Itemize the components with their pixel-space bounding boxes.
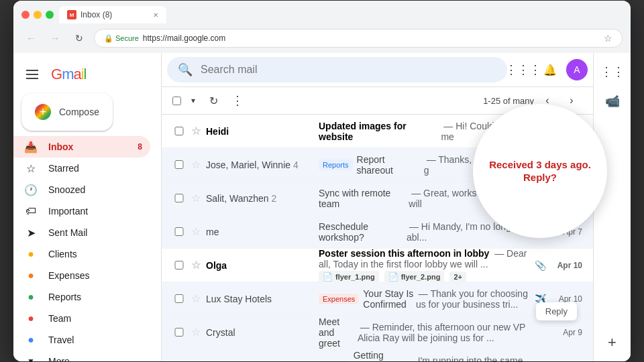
email-sender: Heidi (206, 126, 313, 137)
notifications-button[interactable]: 🔔 (539, 59, 561, 80)
sidebar-label-sent: Sent Mail (48, 227, 87, 238)
apps-button[interactable]: ⋮⋮⋮ (513, 59, 534, 80)
tab-close-button[interactable]: ✕ (153, 11, 158, 19)
sidebar-item-sent[interactable]: ➤ Sent Mail (13, 222, 150, 243)
star-icon[interactable]: ☆ (191, 158, 201, 171)
google-apps-button[interactable]: ⋮⋮ (599, 58, 626, 85)
sidebar-item-starred[interactable]: ☆ Starred (13, 158, 150, 179)
sidebar-item-important[interactable]: 🏷 Important (13, 200, 150, 222)
star-icon[interactable]: ☆ (191, 292, 201, 305)
browser-navbar: ← → ↻ 🔒 Secure https://mail.google.com ☆ (13, 26, 631, 53)
select-all-checkbox[interactable] (172, 97, 181, 105)
refresh-button[interactable]: ↻ (203, 90, 224, 111)
star-icon[interactable]: ☆ (191, 326, 201, 339)
star-icon[interactable]: ☆ (191, 125, 201, 137)
sidebar-item-inbox[interactable]: 📥 Inbox 8 (13, 136, 150, 158)
sidebar-item-clients[interactable]: ● Clients (13, 243, 150, 265)
email-checkbox[interactable] (172, 328, 186, 337)
hamburger-menu-button[interactable] (19, 61, 46, 88)
email-toolbar: ▾ ↻ ⋮ 1-25 of many ‹ › (162, 87, 593, 115)
reports-icon: ● (24, 291, 38, 303)
email-subject-area: Clients Getting error on load — I'm runn… (319, 350, 546, 362)
email-row[interactable]: ☆ Olga Poster session this afternoon in … (162, 249, 593, 282)
email-checkbox[interactable] (172, 160, 186, 169)
attachment-extra: 2+ (449, 272, 466, 282)
star-icon[interactable]: ☆ (191, 192, 201, 204)
email-subject-area: Expenses Your Stay Is Confirmed — Thank … (319, 288, 535, 310)
sidebar-item-snoozed[interactable]: 🕐 Snoozed (13, 179, 150, 200)
logo-a: a (73, 66, 80, 82)
email-tag: Expenses (319, 294, 359, 304)
sidebar-label-travel: Travel (48, 335, 74, 345)
sidebar-item-more[interactable]: ▼ More (13, 351, 150, 361)
header-right: ⋮⋮⋮ 🔔 A (513, 59, 588, 80)
minimize-dot[interactable] (34, 11, 42, 19)
email-checkbox[interactable] (172, 127, 186, 135)
more-icon: ▼ (24, 357, 38, 361)
email-sender: Crystal (206, 327, 313, 338)
address-bar[interactable]: 🔒 Secure https://mail.google.com ☆ (94, 29, 623, 48)
compose-button[interactable]: + Compose (21, 93, 113, 131)
email-row[interactable]: ☆ me Reschedule workshop? — Hi Mandy, I'… (162, 215, 593, 249)
email-subject-area: Reports Report shareout — Thanks, Jose, … (319, 154, 546, 176)
right-sidebar: ⋮⋮ 📹 + (593, 53, 631, 361)
email-sender: Lux Stay Hotels (206, 294, 313, 304)
star-icon[interactable]: ☆ (191, 259, 201, 272)
star-icon[interactable]: ☆ (191, 225, 201, 238)
email-checkbox[interactable] (172, 227, 186, 236)
star-icon[interactable]: ☆ (191, 359, 201, 361)
email-row[interactable]: ☆ Heidi Updated images for website — Hi!… (162, 115, 593, 148)
bookmark-icon[interactable]: ☆ (604, 33, 612, 44)
compose-plus-icon: + (35, 104, 51, 120)
team-icon: ● (24, 312, 38, 324)
reload-button[interactable]: ↻ (70, 29, 89, 48)
pagination-prev-button[interactable]: ‹ (537, 90, 558, 111)
top-bar: 🔍 ⋮⋮⋮ 🔔 A (162, 53, 593, 87)
sent-icon: ➤ (24, 227, 38, 239)
inbox-icon: 📥 (24, 141, 38, 154)
select-dropdown-button[interactable]: ▾ (186, 90, 200, 111)
search-icon: 🔍 (178, 62, 193, 77)
email-row[interactable]: ☆ Crystal Meet and greet — Reminder, thi… (162, 316, 593, 349)
email-row[interactable]: ☆ Chi, me, Patrick 6 Clients Getting err… (162, 349, 593, 361)
email-snippet: — Thanks, Jose, this looks g (424, 154, 546, 176)
sidebar-item-travel[interactable]: ● Travel (13, 329, 150, 351)
email-subject-area: Meet and greet — Reminder, this afternoo… (319, 316, 546, 349)
email-row[interactable]: ☆ Jose, Mariel, Winnie 4 Reports Report … (162, 148, 593, 182)
email-subject: Your Stay Is Confirmed (363, 288, 416, 310)
email-subject: Updated images for website (319, 121, 441, 142)
pagination-next-button[interactable]: › (561, 90, 582, 111)
back-button[interactable]: ← (21, 29, 40, 48)
more-options-button[interactable]: ⋮ (227, 90, 248, 111)
sidebar-item-reports[interactable]: ● Reports (13, 286, 150, 308)
compose-label: Compose (59, 107, 99, 117)
logo-g: G (51, 66, 62, 82)
email-snippet: — Reminder, this afternoon our new VP Al… (358, 322, 546, 343)
email-subject: Poster session this afternoon in lobby (319, 249, 489, 259)
maximize-dot[interactable] (46, 11, 54, 19)
logo-m: m (62, 66, 73, 82)
browser-chrome: M Inbox (8) ✕ ← → ↻ 🔒 Secure https://mai… (13, 1, 631, 53)
browser-tab[interactable]: M Inbox (8) ✕ (59, 6, 166, 23)
meet-button[interactable]: 📹 (599, 88, 626, 115)
tab-title: Inbox (8) (80, 10, 112, 19)
email-checkbox[interactable] (172, 261, 186, 269)
search-input[interactable] (201, 64, 496, 76)
sidebar-item-expenses[interactable]: ● Expenses (13, 265, 150, 286)
add-button[interactable]: + (599, 329, 626, 356)
close-dot[interactable] (21, 11, 30, 19)
email-subject: Sync with remote team (319, 188, 409, 209)
email-row[interactable]: ☆ Salit, Wanzhen 2 Sync with remote team… (162, 182, 593, 215)
email-row[interactable]: ☆ Lux Stay Hotels Expenses Your Stay Is … (162, 282, 593, 316)
search-bar[interactable]: 🔍 (167, 57, 507, 82)
forward-button[interactable]: → (46, 29, 64, 48)
sidebar-label-reports: Reports (48, 292, 81, 302)
email-checkbox[interactable] (172, 194, 186, 202)
gmail-app: Gmail + Compose 📥 Inbox 8 ☆ Starred 🕐 Sn… (13, 53, 631, 361)
sidebar-item-team[interactable]: ● Team (13, 308, 150, 329)
travel-icon: ✈️ (535, 294, 546, 304)
email-subject: Reschedule workshop? (319, 221, 407, 243)
email-checkbox[interactable] (172, 294, 186, 303)
user-avatar[interactable]: A (566, 59, 588, 80)
attachment-chip: 📄 flyer_2.png (384, 271, 445, 282)
